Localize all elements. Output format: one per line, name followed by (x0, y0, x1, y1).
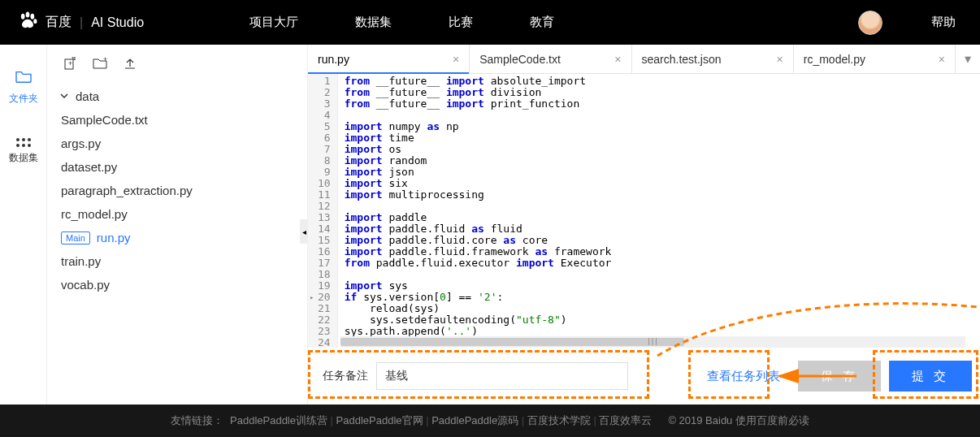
line-number: 14 (318, 223, 331, 235)
line-number: 12 (318, 201, 331, 212)
tree-file[interactable]: args.py (61, 132, 291, 155)
rail-datasets-label: 数据集 (9, 151, 38, 165)
file-name: dataset.py (61, 160, 117, 174)
footer-link[interactable]: PaddlePaddle官网 (336, 414, 423, 426)
close-icon[interactable]: × (453, 53, 459, 66)
close-icon[interactable]: × (939, 53, 945, 66)
nav-projects[interactable]: 项目大厅 (249, 15, 298, 30)
line-number: 9 (318, 167, 331, 178)
bottom-bar: 任务备注 查看任务列表 保 存 提 交 (308, 348, 980, 405)
task-note-label: 任务备注 (323, 369, 368, 383)
footer-copyright: © 2019 Baidu 使用百度前必读 (668, 413, 809, 428)
rail-datasets[interactable]: 数据集 (9, 138, 38, 165)
code-line[interactable]: from __future__ import division (345, 87, 973, 98)
code-line[interactable] (345, 201, 973, 212)
code-line[interactable]: import six (345, 178, 973, 189)
collapse-handle[interactable]: ◂ (300, 219, 308, 244)
tree-file[interactable]: rc_model.py (61, 202, 291, 226)
view-tasks-link[interactable]: 查看任务列表 (697, 362, 790, 391)
baidu-paw-icon (16, 9, 39, 36)
logo-text: 百度 (46, 14, 72, 31)
task-note-input[interactable] (376, 362, 628, 390)
new-folder-icon[interactable]: + (93, 57, 107, 72)
line-number: 19 (318, 280, 331, 292)
code-line[interactable]: import numpy as np (345, 121, 973, 132)
line-number: 4 (318, 110, 331, 121)
footer-link[interactable]: 百度效率云 (599, 414, 652, 426)
code-line[interactable]: import os (345, 144, 973, 155)
svg-point-1 (26, 12, 30, 18)
logo-suffix: AI Studio (91, 15, 144, 30)
code-line[interactable]: from paddle.fluid.executor import Execut… (345, 257, 973, 269)
line-number: 16 (318, 246, 331, 257)
code-line[interactable]: from __future__ import absolute_import (345, 76, 973, 87)
editor-tab[interactable]: SampleCode.txt× (470, 45, 631, 73)
code-line[interactable]: from __future__ import print_function (345, 98, 973, 110)
rail-files[interactable]: 文件夹 (9, 69, 38, 106)
new-file-icon[interactable]: + (63, 57, 76, 72)
code-line[interactable]: import sys (345, 280, 973, 292)
code-line[interactable]: import time (345, 132, 973, 144)
nav-education[interactable]: 教育 (530, 15, 554, 30)
svg-point-2 (31, 14, 35, 19)
nav-contests[interactable]: 比赛 (449, 15, 473, 30)
footer-prefix: 友情链接： (171, 413, 223, 428)
line-number: 13 (318, 212, 331, 223)
code-line[interactable] (345, 269, 973, 280)
filetree-toolbar: + + (63, 57, 291, 72)
tab-label: run.py (318, 53, 349, 66)
tree-file[interactable]: paragraph_extraction.py (61, 179, 291, 202)
code-line[interactable]: import json (345, 167, 973, 178)
avatar[interactable] (858, 11, 882, 35)
help-link[interactable]: 帮助 (931, 15, 956, 30)
code-line[interactable]: sys.path.append('..') (345, 326, 973, 337)
tree-file[interactable]: dataset.py (61, 155, 291, 179)
folder-name: data (76, 89, 99, 103)
tree-file[interactable]: vocab.py (61, 273, 291, 296)
code-line[interactable]: if sys.version[0] == '2': (345, 292, 973, 303)
footer-link[interactable]: 百度技术学院 (527, 414, 591, 426)
line-number: 17 (318, 257, 331, 269)
code-line[interactable]: import paddle.fluid.framework as framewo… (345, 246, 973, 257)
svg-point-3 (33, 19, 37, 24)
nav-datasets[interactable]: 数据集 (355, 15, 392, 30)
file-name: run.py (97, 231, 131, 244)
code-line[interactable]: import paddle.fluid as fluid (345, 223, 973, 235)
code-line[interactable]: import multiprocessing (345, 189, 973, 201)
code-line[interactable]: sys.setdefaultencoding("utf-8") (345, 314, 973, 326)
close-icon[interactable]: × (614, 53, 621, 66)
top-header: 百度 | AI Studio 项目大厅 数据集 比赛 教育 帮助 (0, 0, 980, 45)
code-line[interactable]: import paddle.fluid.core as core (345, 235, 973, 246)
tabs-overflow-icon[interactable]: ▾ (956, 45, 980, 73)
tree-file[interactable]: train.py (61, 249, 291, 273)
line-number: 2 (318, 87, 331, 98)
save-button[interactable]: 保 存 (798, 361, 881, 392)
file-name: args.py (61, 136, 101, 150)
code-line[interactable]: import paddle (345, 212, 973, 223)
left-rail: 文件夹 数据集 (0, 45, 47, 405)
editor-tab[interactable]: search.test.json× (632, 45, 794, 73)
tree-file[interactable]: SampleCode.txt (61, 108, 291, 132)
upload-icon[interactable] (124, 57, 137, 72)
code-line[interactable] (345, 110, 973, 121)
line-number: 23 (318, 326, 331, 337)
editor-tab[interactable]: rc_model.py× (794, 45, 956, 73)
footer-link[interactable]: PaddlePaddle源码 (431, 414, 518, 426)
editor-tab[interactable]: run.py× (308, 45, 470, 73)
chevron-down-icon (59, 89, 69, 103)
main-badge: Main (61, 231, 90, 244)
line-number: 24 (318, 337, 331, 348)
tab-label: SampleCode.txt (479, 53, 561, 66)
horizontal-scrollbar[interactable]: ||| (340, 336, 965, 348)
code-line[interactable]: import random (345, 155, 973, 167)
code-editor[interactable]: 123456789101112131415161718192021222324 … (308, 74, 980, 348)
line-number: 15 (318, 235, 331, 246)
tree-file[interactable]: Mainrun.py (61, 226, 291, 249)
footer-link[interactable]: PaddlePaddle训练营 (230, 414, 327, 426)
code-line[interactable]: reload(sys) (345, 303, 973, 314)
close-icon[interactable]: × (777, 53, 783, 66)
editor-area: run.py×SampleCode.txt×search.test.json×r… (307, 45, 980, 405)
tree-folder-data[interactable]: data (59, 84, 291, 108)
logo[interactable]: 百度 | AI Studio (16, 9, 144, 36)
submit-button[interactable]: 提 交 (889, 361, 972, 392)
